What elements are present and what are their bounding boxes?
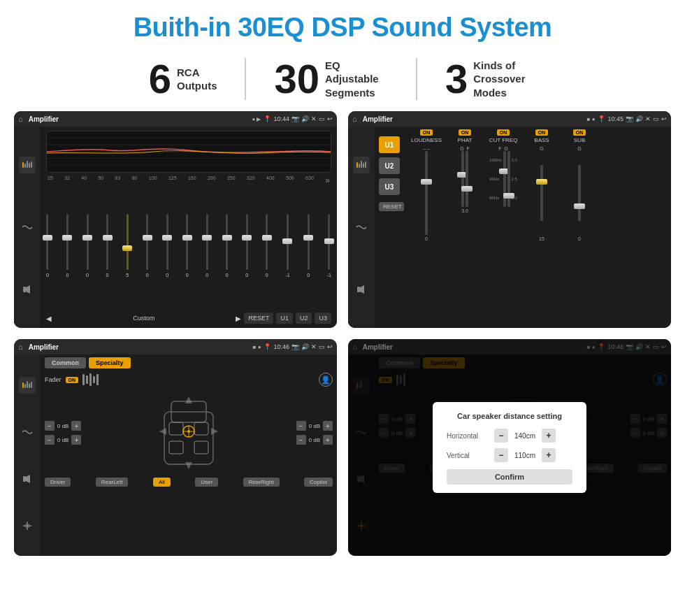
stats-row: 6 RCA Outputs 30 EQ Adjustable Segments …	[0, 52, 685, 111]
fader-copilot-button[interactable]: Copilot	[304, 478, 333, 487]
crossover-u1-button[interactable]: U1	[379, 136, 400, 153]
eq-slider-1[interactable]: 0	[46, 214, 49, 284]
fader-control-row: Fader ON 👤	[45, 373, 333, 387]
crossover-bass-on: ON	[535, 129, 549, 136]
crossover-sub-label: SUB	[574, 137, 585, 143]
dialog-horizontal-plus[interactable]: +	[542, 429, 556, 443]
eq-slider-5[interactable]: 5	[126, 214, 129, 284]
fader-right-bottom-minus[interactable]: −	[296, 435, 306, 445]
eq-slider-2[interactable]: 0	[66, 214, 69, 284]
crossover-sidebar-wave-icon[interactable]	[353, 219, 370, 236]
stat-crossover: 3 Kinds of Crossover Modes	[417, 59, 564, 100]
fader-left-top-plus[interactable]: +	[71, 421, 81, 431]
fader-all-button[interactable]: All	[153, 478, 171, 487]
location-icon: 📍	[264, 115, 271, 122]
fader-specialty-tab[interactable]: Specialty	[89, 357, 131, 368]
eq-reset-button[interactable]: RESET	[244, 313, 273, 324]
crossover-u3-button[interactable]: U3	[379, 178, 400, 195]
eq-u3-button[interactable]: U3	[315, 313, 331, 324]
crossover-u2-button[interactable]: U2	[379, 157, 400, 174]
fader-rearleft-button[interactable]: RearLeft	[96, 478, 129, 487]
eq-slider-12[interactable]: 0	[266, 214, 268, 284]
crossover-loudness-slider[interactable]	[425, 151, 428, 235]
svg-marker-18	[360, 285, 364, 294]
crossover-cutfreq-slider-1[interactable]	[503, 151, 506, 207]
eq-slider-13[interactable]: -1	[285, 214, 289, 284]
dialog-vertical-stepper[interactable]: − 110cm +	[494, 448, 556, 462]
fader-right-top-minus[interactable]: −	[296, 421, 306, 431]
crossover-bass-label: BASS	[534, 137, 549, 143]
eq-u2-button[interactable]: U2	[296, 313, 312, 324]
eq-next-button[interactable]: ▶	[236, 315, 241, 322]
eq-u1-button[interactable]: U1	[276, 313, 293, 324]
eq-slider-6[interactable]: 0	[146, 214, 149, 284]
dialog-vertical-plus[interactable]: +	[542, 448, 556, 462]
crossover-dots: ■ ●	[587, 116, 596, 122]
dialog-horizontal-minus[interactable]: −	[494, 429, 508, 443]
dialog-title: Car speaker distance setting	[447, 412, 572, 420]
minimize-icon: ▭	[319, 115, 325, 122]
crossover-bass-slider[interactable]	[540, 165, 543, 221]
stat-rca-label: RCA Outputs	[177, 66, 217, 93]
fader-status-icons: 📍 10:46 📷 🔊 ✕ ▭ ↩	[264, 343, 333, 350]
fader-car-diagram	[85, 391, 291, 475]
stat-eq: 30 EQ Adjustable Segments	[246, 59, 416, 100]
fader-left-bottom-plus[interactable]: +	[71, 435, 81, 445]
fader-sidebar-eq-icon[interactable]	[19, 377, 36, 394]
fader-user-button[interactable]: User	[195, 478, 218, 487]
crossover-reset-button[interactable]: RESET	[379, 202, 404, 211]
svg-marker-38	[159, 428, 166, 435]
crossover-sub-on: ON	[573, 129, 586, 136]
fader-sidebar-wave-icon[interactable]	[19, 424, 36, 440]
crossover-sub-slider[interactable]	[578, 165, 581, 221]
fader-right-top-plus[interactable]: +	[323, 421, 333, 431]
svg-marker-37	[185, 462, 192, 469]
svg-rect-2	[27, 161, 28, 168]
fader-right-bottom-db: − 0 dB +	[296, 435, 333, 445]
eq-slider-14[interactable]: 0	[307, 214, 310, 284]
fader-back-icon: ↩	[327, 343, 333, 350]
fader-bottom-row: Driver RearLeft All User RearRight Copil…	[45, 478, 333, 487]
crossover-bass-col: ON BASS G 15	[524, 129, 559, 241]
crossover-phat-slider-2[interactable]	[466, 151, 468, 207]
crossover-sub-col: ON SUB G 0	[562, 129, 597, 241]
eq-sidebar-wave-icon[interactable]	[19, 219, 36, 236]
fader-sidebar-speaker-icon[interactable]	[19, 471, 36, 487]
fader-rearright-button[interactable]: RearRight	[243, 478, 280, 487]
eq-time: 10:44	[273, 115, 289, 122]
fader-right-bottom-plus[interactable]: +	[323, 435, 333, 445]
fader-common-tab[interactable]: Common	[45, 357, 86, 368]
eq-slider-15[interactable]: -1	[327, 214, 331, 284]
crossover-sidebar-eq-icon[interactable]	[353, 157, 370, 173]
eq-slider-7[interactable]: 0	[166, 214, 168, 284]
crossover-back-icon: ↩	[661, 115, 667, 122]
crossover-location-icon: 📍	[598, 115, 605, 122]
svg-rect-30	[169, 441, 183, 454]
fader-driver-button[interactable]: Driver	[45, 478, 71, 487]
fader-left-top-minus[interactable]: −	[45, 421, 55, 431]
fader-slider-bars[interactable]	[82, 373, 99, 386]
fader-speaker-layout: − 0 dB + − 0 dB +	[45, 391, 333, 475]
dialog-vertical-minus[interactable]: −	[494, 448, 508, 462]
fader-sidebar-arrows-icon[interactable]	[19, 517, 36, 534]
crossover-sidebar-speaker-icon[interactable]	[353, 281, 370, 298]
crossover-u-buttons: U1 U2 U3 RESET	[379, 129, 404, 325]
eq-sidebar-eq-icon[interactable]	[19, 157, 36, 173]
dialog-confirm-button[interactable]: Confirm	[447, 469, 572, 485]
eq-slider-3[interactable]: 0	[86, 214, 89, 284]
distance-dialog-overlay: Car speaker distance setting Horizontal …	[348, 339, 671, 556]
eq-slider-11[interactable]: 0	[245, 214, 248, 284]
eq-prev-button[interactable]: ◀	[46, 315, 52, 322]
dialog-horizontal-label: Horizontal	[447, 432, 489, 440]
crossover-cutfreq-sliders: 100Hz90Hz80Hz 3.02.52.0	[489, 151, 517, 207]
eq-slider-10[interactable]: 0	[226, 214, 229, 284]
crossover-phat-slider-1[interactable]	[461, 151, 464, 207]
home-icon: ⌂	[18, 115, 23, 123]
eq-slider-4[interactable]: 0	[106, 214, 109, 284]
fader-left-bottom-minus[interactable]: −	[45, 435, 55, 445]
eq-sidebar-speaker-icon[interactable]	[19, 281, 36, 298]
dialog-horizontal-stepper[interactable]: − 140cm +	[494, 429, 556, 443]
crossover-cutfreq-slider-2[interactable]	[507, 151, 510, 207]
eq-slider-9[interactable]: 0	[206, 214, 208, 284]
eq-slider-8[interactable]: 0	[186, 214, 189, 284]
